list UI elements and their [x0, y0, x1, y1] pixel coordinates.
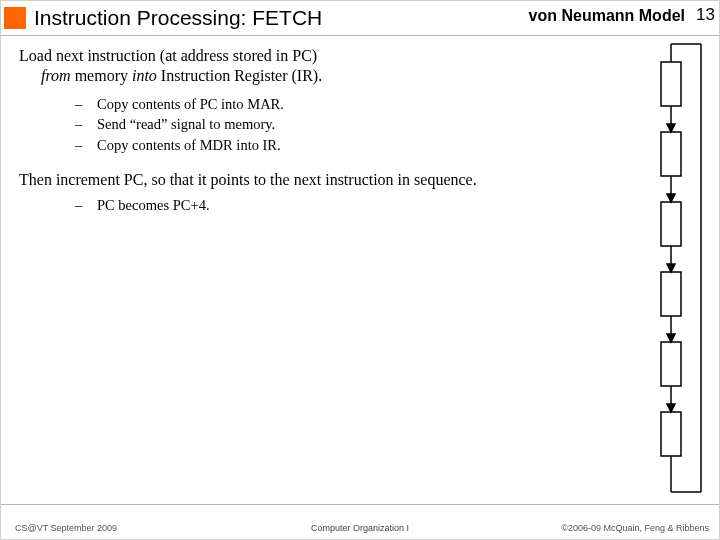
list-item: – Copy contents of PC into MAR. [75, 94, 619, 114]
slide-title: Instruction Processing: FETCH [34, 6, 322, 30]
list-item: – Copy contents of MDR into IR. [75, 135, 619, 155]
footer-left: CS@VT September 2009 [15, 523, 117, 533]
svg-marker-12 [667, 124, 675, 132]
content-area: Load next instruction (at address stored… [1, 35, 719, 505]
dash-bullet-icon: – [75, 195, 97, 215]
svg-marker-14 [667, 194, 675, 202]
svg-rect-9 [661, 342, 681, 386]
list-item: – PC becomes PC+4. [75, 195, 699, 215]
paragraph-1: Load next instruction (at address stored… [19, 46, 699, 86]
dash-bullet-icon: – [75, 135, 97, 155]
paragraph-2: Then increment PC, so that it points to … [19, 171, 699, 189]
dash-bullet-icon: – [75, 114, 97, 134]
text-memory: memory [71, 67, 132, 84]
italic-from: from [41, 67, 71, 84]
dash-bullet-icon: – [75, 94, 97, 114]
svg-rect-5 [661, 62, 681, 106]
paragraph-1-line-2: from memory into Instruction Register (I… [19, 66, 619, 86]
text-ir: Instruction Register (IR). [157, 67, 322, 84]
paragraph-1-line-1: Load next instruction (at address stored… [19, 46, 619, 66]
svg-rect-7 [661, 202, 681, 246]
slide-subtitle: von Neumann Model [529, 7, 685, 25]
svg-marker-16 [667, 264, 675, 272]
italic-into: into [132, 67, 157, 84]
slide: Instruction Processing: FETCH von Neuman… [0, 0, 720, 540]
page-number: 13 [696, 5, 715, 25]
accent-square-icon [4, 7, 26, 29]
svg-rect-10 [661, 412, 681, 456]
list-item-text: PC becomes PC+4. [97, 195, 210, 215]
svg-rect-8 [661, 272, 681, 316]
list-item-text: Copy contents of MDR into IR. [97, 135, 281, 155]
slide-header: Instruction Processing: FETCH von Neuman… [1, 1, 719, 35]
svg-rect-6 [661, 132, 681, 176]
footer-center: Computer Organization I [311, 523, 409, 533]
list-item-text: Send “read” signal to memory. [97, 114, 275, 134]
sublist-1: – Copy contents of PC into MAR. – Send “… [75, 94, 699, 155]
cycle-diagram-icon [657, 36, 713, 500]
footer-right: ©2006-09 McQuain, Feng & Ribbens [561, 523, 709, 533]
list-item: – Send “read” signal to memory. [75, 114, 619, 134]
list-item-text: Copy contents of PC into MAR. [97, 94, 284, 114]
svg-marker-20 [667, 404, 675, 412]
svg-marker-18 [667, 334, 675, 342]
sublist-2: – PC becomes PC+4. [75, 195, 699, 215]
